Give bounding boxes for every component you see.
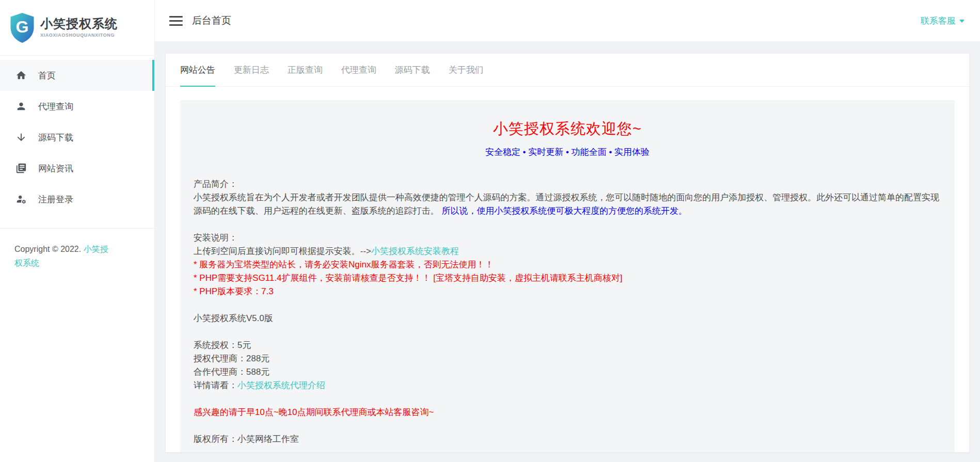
tab-site-announcement[interactable]: 网站公告 (180, 54, 215, 87)
tab-label: 更新日志 (234, 64, 269, 76)
announcement-line: 授权代理商：288元 (194, 352, 941, 365)
announcement-line: * PHP版本要求：7.3 (194, 285, 941, 298)
sidebar-item-home[interactable]: 首页 (0, 60, 154, 91)
page-title: 后台首页 (192, 14, 231, 27)
announcement-text: * 服务器为宝塔类型的站长，请务必安装Nginx服务器套装，否则无法使用！！ (194, 260, 494, 269)
sidebar-copyright: Copyright © 2022. 小笑授权系统 (0, 229, 128, 283)
main-area: 后台首页 联系客服 网站公告更新日志正版查询代理查询源码下载关于我们 小笑授权系… (155, 0, 980, 462)
brand-subtitle: XIAOXIAOSHOUQUANXITONG (40, 33, 118, 38)
announcement-text: 小笑授权系统V5.0版 (194, 313, 273, 323)
tab-bar: 网站公告更新日志正版查询代理查询源码下载关于我们 (166, 54, 969, 87)
announcement-line: 安装说明： (194, 231, 941, 245)
brand-logo-shield-icon: G (8, 12, 36, 43)
user-gear-icon (15, 194, 27, 205)
user-icon (15, 101, 27, 112)
content-wrapper: 网站公告更新日志正版查询代理查询源码下载关于我们 小笑授权系统欢迎您~ 安全稳定… (155, 41, 980, 462)
announcement-text: 详情请看： (194, 380, 237, 390)
sidebar-item-agent-query[interactable]: 代理查询 (0, 91, 154, 122)
announcement-line: 产品简介： (194, 178, 941, 191)
announcement-text: 感兴趣的请于早10点~晚10点期间联系代理商或本站客服咨询~ (194, 407, 434, 417)
announcement-text: 合作代理商：588元 (194, 367, 269, 377)
sidebar-item-label: 首页 (38, 70, 56, 82)
sidebar-item-label: 代理查询 (38, 101, 73, 113)
announcement-text: 所以说，使用小笑授权系统便可极大程度的方便您的系统开发。 (439, 206, 687, 216)
menu-toggle-icon[interactable] (169, 16, 183, 26)
tab-label: 网站公告 (180, 64, 215, 76)
content-card: 网站公告更新日志正版查询代理查询源码下载关于我们 小笑授权系统欢迎您~ 安全稳定… (165, 53, 970, 453)
announcement-title: 小笑授权系统欢迎您~ (194, 119, 941, 139)
announcement-text: 授权代理商：288元 (194, 354, 269, 363)
announcement-line: 感兴趣的请于早10点~晚10点期间联系代理商或本站客服咨询~ (194, 406, 941, 419)
announcement-text: 版权所有：小笑网络工作室 (194, 434, 299, 444)
brand[interactable]: G 小笑授权系统 XIAOXIAOSHOUQUANXITONG (0, 0, 154, 56)
brand-name: 小笑授权系统 (40, 17, 118, 30)
announcement-line: 小笑授权系统V5.0版 (194, 312, 941, 325)
home-icon (15, 70, 27, 81)
announcement-line: 系统授权：5元 (194, 339, 941, 352)
announcement-text: 上传到空间后直接访问即可根据提示安装。--> (194, 246, 371, 256)
announcement-link[interactable]: 小笑授权系统代理介绍 (237, 380, 325, 390)
contact-support-dropdown[interactable]: 联系客服 (921, 15, 965, 27)
announcement-line: 合作代理商：588元 (194, 365, 941, 379)
sidebar-item-source-download[interactable]: 源码下载 (0, 122, 154, 153)
contact-support-label: 联系客服 (921, 15, 956, 27)
announcement-body: 产品简介：小笑授权系统旨在为个人开发者或者开发团队提供一种高效便捷的管理个人源码… (194, 178, 941, 446)
tab-about-us[interactable]: 关于我们 (448, 54, 484, 87)
announcement-text: 安装说明： (194, 233, 237, 243)
announcement-text: * PHP版本要求：7.3 (194, 286, 274, 296)
news-icon (15, 163, 27, 174)
brand-text: 小笑授权系统 XIAOXIAOSHOUQUANXITONG (40, 17, 118, 38)
announcement-line (194, 392, 941, 406)
sidebar-nav: 首页 代理查询 源码下载 网站资讯 注册登录 (0, 60, 154, 215)
announcement-text: 系统授权：5元 (194, 340, 251, 350)
sidebar-item-site-news[interactable]: 网站资讯 (0, 153, 154, 184)
tab-source-download[interactable]: 源码下载 (395, 54, 430, 87)
announcement-line: 上传到空间后直接访问即可根据提示安装。-->小笑授权系统安装教程 (194, 245, 941, 258)
announcement-text: * PHP需要支持SG11.4扩展组件，安装前请核查是否支持！！ [宝塔支持自助… (194, 273, 622, 283)
svg-text:G: G (15, 17, 28, 36)
announcement-line: 版权所有：小笑网络工作室 (194, 433, 941, 446)
tab-agent-check[interactable]: 代理查询 (341, 54, 376, 87)
announcement-text: 产品简介： (194, 179, 237, 189)
sidebar-item-label: 网站资讯 (38, 163, 73, 174)
sidebar-item-register-login[interactable]: 注册登录 (0, 184, 154, 215)
tab-update-log[interactable]: 更新日志 (234, 54, 269, 87)
announcement-line: * 服务器为宝塔类型的站长，请务必安装Nginx服务器套装，否则无法使用！！ (194, 258, 941, 272)
announcement-panel: 小笑授权系统欢迎您~ 安全稳定 • 实时更新 • 功能全面 • 实用体验 产品简… (180, 100, 955, 453)
announcement-line (194, 218, 941, 231)
announcement-line (194, 419, 941, 433)
tab-genuine-check[interactable]: 正版查询 (287, 54, 323, 87)
tab-label: 关于我们 (448, 64, 484, 76)
sidebar-item-label: 源码下载 (38, 132, 73, 144)
sidebar-item-label: 注册登录 (38, 194, 73, 205)
topbar: 后台首页 联系客服 (155, 0, 980, 41)
announcement-line: 小笑授权系统旨在为个人开发者或者开发团队提供一种高效便捷的管理个人源码的方案。通… (194, 191, 941, 218)
announcement-line: * PHP需要支持SG11.4扩展组件，安装前请核查是否支持！！ [宝塔支持自助… (194, 272, 941, 285)
sidebar: G 小笑授权系统 XIAOXIAOSHOUQUANXITONG 首页 代理查询 … (0, 0, 155, 462)
announcement-subtitle: 安全稳定 • 实时更新 • 功能全面 • 实用体验 (194, 146, 941, 158)
tab-label: 代理查询 (341, 64, 376, 76)
announcement-line: 详情请看：小笑授权系统代理介绍 (194, 379, 941, 392)
announcement-line (194, 298, 941, 312)
announcement-link[interactable]: 小笑授权系统安装教程 (371, 246, 459, 256)
chevron-down-icon (959, 20, 965, 23)
announcement-line (194, 325, 941, 339)
tab-label: 正版查询 (287, 64, 323, 76)
tab-label: 源码下载 (395, 64, 430, 76)
download-icon (15, 132, 27, 143)
copyright-text: Copyright © 2022. (14, 245, 84, 253)
